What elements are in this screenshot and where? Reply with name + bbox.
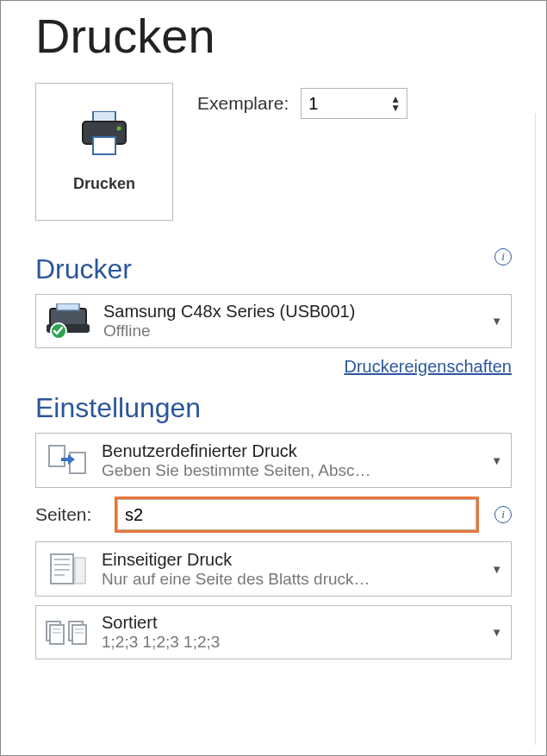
pages-arrow-icon (45, 440, 90, 480)
single-side-icon (45, 549, 90, 589)
copies-down-icon[interactable]: ▼ (390, 103, 401, 112)
sides-main: Einseitiger Druck (102, 550, 479, 570)
collate-sub: 1;2;3 1;2;3 1;2;3 (102, 633, 479, 652)
pages-label: Seiten: (35, 504, 103, 525)
copies-spinner[interactable]: ▲ ▼ (301, 88, 407, 119)
info-icon[interactable]: i (494, 506, 512, 523)
collate-main: Sortiert (102, 613, 479, 633)
svg-point-3 (117, 126, 121, 130)
svg-rect-15 (75, 558, 85, 584)
sides-selector[interactable]: Einseitiger Druck Nur auf eine Seite des… (35, 541, 512, 597)
chevron-down-icon: ▼ (491, 626, 502, 639)
chevron-down-icon: ▼ (491, 454, 502, 467)
print-scope-main: Benutzerdefinierter Druck (102, 441, 479, 461)
svg-rect-6 (57, 303, 79, 310)
svg-rect-0 (93, 111, 115, 122)
collate-icon (45, 615, 90, 651)
svg-rect-17 (50, 625, 64, 644)
printer-name: Samsung C48x Series (USB001) (103, 302, 479, 322)
print-scope-selector[interactable]: Benutzerdefinierter Druck Geben Sie best… (35, 433, 512, 488)
sides-sub: Nur auf eine Seite des Blatts druck… (102, 570, 479, 589)
svg-rect-8 (49, 446, 65, 466)
chevron-down-icon: ▼ (491, 315, 502, 328)
collate-selector[interactable]: Sortiert 1;2;3 1;2;3 1;2;3 ▼ (35, 605, 512, 659)
pages-input[interactable] (117, 499, 476, 530)
printer-properties-link[interactable]: Druckereigenschaften (344, 357, 512, 376)
svg-rect-9 (70, 453, 85, 473)
chevron-down-icon: ▼ (491, 563, 502, 576)
printer-status: Offline (103, 322, 479, 341)
printer-section-title: Drucker (35, 253, 132, 285)
print-button[interactable]: Drucken (35, 83, 173, 221)
svg-rect-19 (72, 625, 86, 644)
page-title: Drucken (35, 8, 512, 64)
info-icon[interactable]: i (494, 248, 512, 266)
copies-input[interactable] (301, 89, 388, 118)
copies-label: Exemplare: (197, 93, 289, 114)
print-button-label: Drucken (73, 175, 135, 193)
svg-rect-2 (93, 137, 115, 154)
printer-ready-icon (45, 303, 91, 340)
print-scope-sub: Geben Sie bestimmte Seiten, Absc… (102, 461, 479, 480)
printer-icon (78, 111, 131, 161)
settings-section-title: Einstellungen (35, 392, 512, 424)
printer-selector[interactable]: Samsung C48x Series (USB001) Offline ▼ (35, 294, 512, 348)
